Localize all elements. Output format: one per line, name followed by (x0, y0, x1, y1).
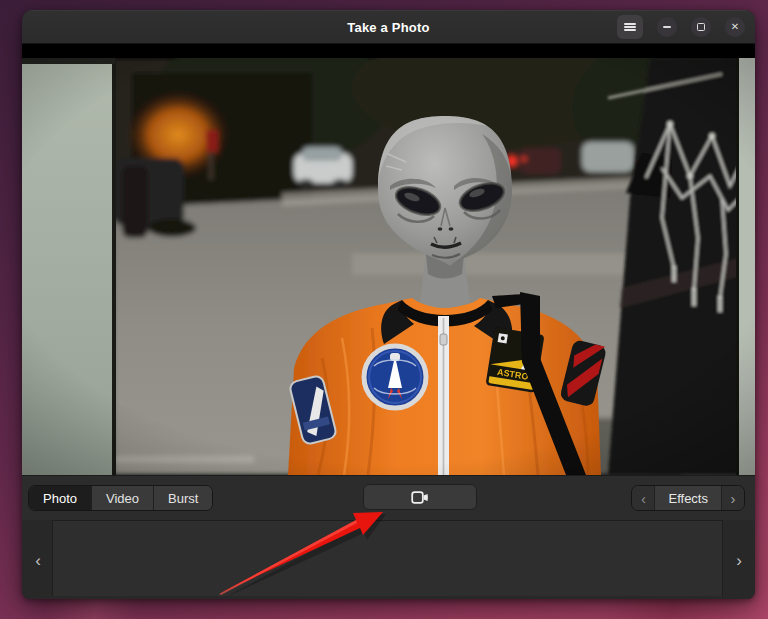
effects-prev-button[interactable]: ‹ (632, 486, 655, 510)
window-controls: ✕ (617, 11, 745, 43)
camera-viewport: ASTRO (22, 44, 755, 475)
thumbnail-viewport (52, 520, 723, 596)
maximize-icon (697, 23, 705, 31)
minimize-icon (663, 26, 671, 28)
action-toolbar: Photo Video Burst ‹ Effects › (22, 475, 755, 520)
menu-button[interactable] (617, 15, 643, 39)
close-button[interactable]: ✕ (725, 17, 745, 37)
close-icon: ✕ (731, 22, 739, 32)
effects-next-button[interactable]: › (721, 486, 744, 510)
minimize-button[interactable] (657, 17, 677, 37)
hamburger-icon (624, 23, 636, 31)
mode-button-photo[interactable]: Photo (29, 486, 92, 510)
mode-button-burst[interactable]: Burst (154, 486, 212, 510)
thumbnails-scroll-right-button[interactable]: › (729, 551, 749, 568)
mode-button-video[interactable]: Video (92, 486, 154, 510)
effects-group: ‹ Effects › (631, 485, 745, 511)
camera-video-icon (411, 491, 429, 504)
mode-button-group: Photo Video Burst (28, 485, 213, 511)
chevron-right-icon: › (731, 490, 736, 507)
chevron-left-icon: ‹ (641, 490, 646, 507)
effects-button[interactable]: Effects (655, 486, 721, 510)
thumbnails-scroll-left-button[interactable]: ‹ (28, 551, 48, 568)
camera-preview-image: ASTRO (22, 58, 755, 475)
capture-button[interactable] (363, 484, 477, 510)
vignette-overlay (22, 58, 755, 475)
maximize-button[interactable] (691, 17, 711, 37)
chevron-right-icon: › (736, 550, 742, 569)
titlebar[interactable]: Take a Photo ✕ (22, 10, 755, 44)
cheese-app-window: Take a Photo ✕ (22, 10, 755, 599)
thumbnail-strip: ‹ › (22, 520, 755, 599)
chevron-left-icon: ‹ (35, 550, 41, 569)
